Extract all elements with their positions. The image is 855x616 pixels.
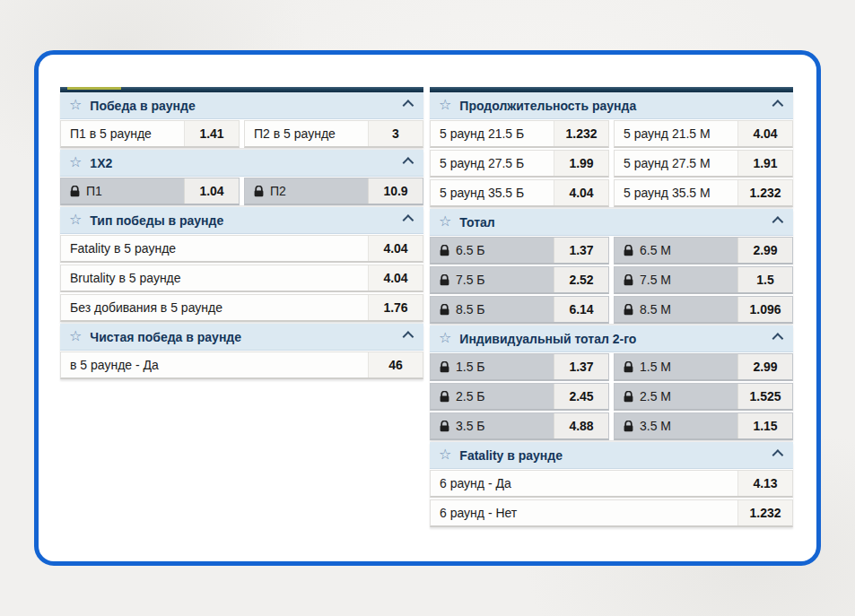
bet-option-odds: 1.096 [737, 297, 792, 322]
bet-option-odds: 1.04 [184, 178, 239, 204]
favorite-star-icon[interactable]: ☆ [69, 155, 82, 169]
market-section-title: Победа в раунде [90, 99, 401, 113]
lock-icon [440, 274, 449, 286]
favorite-star-icon[interactable]: ☆ [439, 214, 451, 229]
bet-option-label: 8.5 Б [456, 302, 485, 317]
bet-option-odds: 4.13 [737, 471, 792, 496]
bet-option-label: Fatality в 5 раунде [70, 241, 176, 256]
favorite-star-icon[interactable]: ☆ [69, 98, 82, 112]
bet-option-label-area: 6.5 М [615, 238, 737, 263]
odds-row: П1 в 5 раунде 1.41 П2 в 5 раунде 3 [60, 120, 423, 148]
bet-option-label: в 5 раунде - Да [70, 358, 159, 372]
bet-option-label-area: П1 в 5 раунде [61, 121, 184, 146]
collapse-chevron-icon[interactable] [771, 449, 782, 461]
market-section-header[interactable]: ☆ Fatality в раунде [430, 442, 793, 469]
market-section-body: Fatality в 5 раунде 4.04 Brutality в 5 р… [60, 235, 423, 322]
market-section-header[interactable]: ☆ Чистая победа в раунде [60, 324, 423, 351]
lock-icon [624, 245, 633, 256]
market-section-title: 1X2 [90, 156, 401, 170]
market-section-header[interactable]: ☆ 1X2 [60, 150, 423, 177]
collapse-chevron-icon[interactable] [401, 100, 413, 111]
bet-option-label: 5 раунд 35.5 М [624, 186, 711, 200]
bet-option-odds: 46 [368, 352, 423, 377]
bet-option[interactable]: П1 в 5 раунде 1.41 [60, 120, 240, 148]
column-top-bar [60, 87, 423, 92]
market-section-header[interactable]: ☆ Тип победы в раунде [60, 207, 423, 234]
market-section-header[interactable]: ☆ Тотал [430, 209, 793, 236]
bet-option-label-area: 6 раунд - Да [431, 471, 737, 496]
bet-option-label-area: 5 раунд 21.5 М [615, 121, 737, 146]
bet-option-odds: 1.37 [554, 354, 608, 379]
lock-icon [624, 304, 633, 316]
lock-icon [440, 391, 449, 403]
collapse-chevron-icon[interactable] [401, 157, 413, 169]
bet-option-label-area: П2 [245, 178, 368, 204]
collapse-chevron-icon[interactable] [771, 216, 782, 228]
odds-row: 8.5 Б 6.14 8.5 М 1.096 [430, 296, 793, 324]
bet-option-label: 5 раунд 27.5 Б [440, 156, 524, 170]
bet-option-odds: 1.232 [554, 121, 608, 146]
bet-option-odds: 3 [368, 121, 423, 146]
collapse-chevron-icon[interactable] [771, 100, 782, 111]
bet-option[interactable]: Без добивания в 5 раунде 1.76 [60, 294, 423, 322]
lock-icon [440, 245, 449, 256]
bet-option-label: 1.5 Б [456, 360, 485, 374]
bet-option-odds: 1.76 [368, 295, 423, 320]
favorite-star-icon[interactable]: ☆ [439, 447, 451, 462]
bet-option-label: Brutality в 5 раунде [70, 271, 181, 285]
lock-icon [624, 391, 633, 403]
bet-option: 2.5 М 1.525 [614, 383, 793, 411]
bet-option-label-area: Brutality в 5 раунде [61, 265, 368, 291]
bet-option[interactable]: в 5 раунде - Да 46 [60, 351, 423, 379]
bet-option-label: 8.5 М [640, 302, 671, 317]
favorite-star-icon[interactable]: ☆ [439, 98, 451, 112]
bet-option: 8.5 М 1.096 [614, 296, 793, 324]
favorite-star-icon[interactable]: ☆ [69, 329, 82, 343]
odds-row: 7.5 Б 2.52 7.5 М 1.5 [430, 266, 793, 294]
bet-option: 3.5 Б 4.88 [430, 412, 609, 440]
odds-row: Brutality в 5 раунде 4.04 [60, 265, 423, 292]
bet-option-label-area: 8.5 М [615, 297, 737, 322]
bet-option-odds: 2.99 [737, 354, 792, 379]
bet-option-label-area: П2 в 5 раунде [245, 121, 368, 146]
bet-option[interactable]: Brutality в 5 раунде 4.04 [60, 265, 423, 292]
bet-option[interactable]: 5 раунд 21.5 Б 1.232 [430, 120, 609, 148]
market-section-header[interactable]: ☆ Победа в раунде [60, 92, 423, 119]
market-section-body: 6 раунд - Да 4.13 6 раунд - Нет 1.232 [430, 470, 793, 527]
bet-option[interactable]: 5 раунд 27.5 Б 1.99 [430, 150, 609, 178]
lock-icon [440, 304, 449, 316]
bet-option-odds: 1.91 [737, 151, 792, 176]
bet-option[interactable]: Fatality в 5 раунде 4.04 [60, 235, 423, 263]
lock-icon [624, 421, 633, 432]
bet-option-label-area: 7.5 Б [431, 267, 554, 292]
bet-option[interactable]: 6 раунд - Нет 1.232 [430, 499, 793, 527]
favorite-star-icon[interactable]: ☆ [69, 213, 82, 227]
bet-option-label-area: 1.5 М [615, 354, 737, 379]
favorite-star-icon[interactable]: ☆ [439, 331, 451, 345]
bet-option-label: 3.5 Б [456, 419, 485, 433]
bet-option-odds: 6.14 [554, 297, 608, 322]
bet-option-label-area: 3.5 Б [431, 413, 554, 438]
bet-option-label-area: 2.5 М [615, 384, 737, 409]
market-section-header[interactable]: ☆ Продолжительность раунда [430, 92, 793, 119]
bet-option[interactable]: 5 раунд 35.5 Б 4.04 [430, 179, 609, 207]
bet-option-label: П2 [270, 184, 286, 198]
collapse-chevron-icon[interactable] [401, 331, 413, 343]
bet-option: 3.5 М 1.15 [614, 412, 793, 440]
bet-option-label: 6.5 Б [456, 243, 485, 257]
bet-option[interactable]: 5 раунд 21.5 М 4.04 [614, 120, 793, 148]
bet-option-label: 7.5 М [640, 273, 671, 287]
odds-row: 6 раунд - Нет 1.232 [430, 499, 793, 527]
market-section-header[interactable]: ☆ Индивидуальный тотал 2-го [430, 325, 793, 352]
bet-option[interactable]: 5 раунд 35.5 М 1.232 [614, 179, 793, 207]
collapse-chevron-icon[interactable] [771, 333, 782, 344]
bet-option-label-area: в 5 раунде - Да [61, 352, 368, 377]
bet-option-label-area: 5 раунд 21.5 Б [431, 121, 554, 146]
bet-option[interactable]: 5 раунд 27.5 М 1.91 [614, 150, 793, 178]
market-section: ☆ Тотал 6.5 Б 1.37 6.5 М 2 [430, 209, 793, 324]
bet-option[interactable]: П2 в 5 раунде 3 [244, 120, 423, 148]
bet-option[interactable]: 6 раунд - Да 4.13 [430, 470, 793, 498]
lock-icon [440, 361, 449, 373]
collapse-chevron-icon[interactable] [401, 214, 413, 226]
bet-option-label: 7.5 Б [456, 273, 485, 287]
